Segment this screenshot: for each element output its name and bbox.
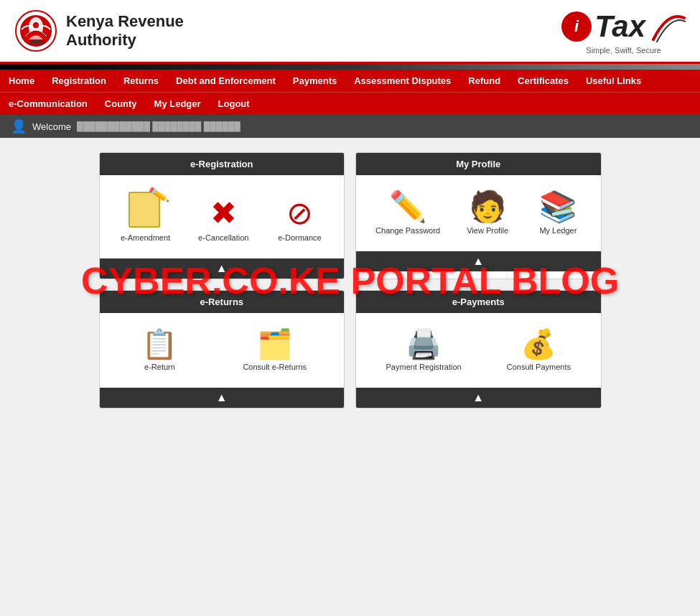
- nav-payments[interactable]: Payments: [284, 70, 345, 92]
- view-profile-item[interactable]: 🧑 View Profile: [459, 186, 516, 241]
- consult-e-returns-label: Consult e-Returns: [243, 363, 307, 371]
- welcome-text: Welcome: [32, 121, 71, 132]
- panel-my-profile-header: My Profile: [356, 153, 601, 175]
- nav-useful-links[interactable]: Useful Links: [577, 70, 650, 92]
- consult-e-returns-item[interactable]: 🗂️ Consult e-Returns: [237, 324, 312, 377]
- user-icon: 👤: [11, 118, 27, 134]
- payment-registration-label: Payment Registration: [386, 363, 462, 371]
- nav-logout[interactable]: Logout: [210, 93, 258, 115]
- e-cancellation-label: e-Cancellation: [198, 233, 248, 242]
- nav-assessment[interactable]: Assessment Disputes: [345, 70, 459, 92]
- header-left: Kenya Revenue Authority: [14, 9, 184, 52]
- nav-county[interactable]: County: [96, 93, 146, 115]
- change-password-label: Change Password: [375, 226, 440, 235]
- panel-e-registration: e-Registration ✏️ e-Amendment ✖ e-Cancel…: [99, 152, 345, 279]
- dashboard-grid: CYBER.CO.KE PORTAL BLOG e-Registration ✏…: [99, 152, 602, 409]
- header: Kenya Revenue Authority i Tax Simple, Sw…: [0, 0, 700, 64]
- my-ledger-label: My Ledger: [539, 226, 577, 235]
- navbar: Home Registration Returns Debt and Enfor…: [0, 70, 700, 115]
- nav-my-ledger[interactable]: My Ledger: [146, 93, 210, 115]
- e-return-label: e-Return: [144, 363, 175, 371]
- panel-e-returns-footer[interactable]: ▲: [100, 388, 345, 408]
- panel-e-returns-body: 📋 e-Return 🗂️ Consult e-Returns: [100, 313, 345, 388]
- panel-e-payments-body: 🖨️ Payment Registration 💰 Consult Paymen…: [356, 313, 601, 388]
- panel-e-returns-header: e-Returns: [100, 291, 345, 313]
- e-return-item[interactable]: 📋 e-Return: [131, 324, 188, 377]
- nav-debt[interactable]: Debt and Enforcement: [167, 70, 284, 92]
- consult-payments-label: Consult Payments: [507, 363, 571, 371]
- nav-refund[interactable]: Refund: [459, 70, 509, 92]
- itax-tagline: Simple, Swift, Secure: [586, 46, 661, 55]
- user-name-display: ████████████ ████████ ██████: [77, 121, 241, 131]
- nav-home[interactable]: Home: [0, 70, 43, 92]
- panel-my-profile-footer[interactable]: ▲: [356, 251, 601, 271]
- e-amendment-item[interactable]: ✏️ e-Amendment: [115, 186, 176, 248]
- navbar-row2: e-Communication County My Ledger Logout: [0, 92, 700, 115]
- e-dormance-item[interactable]: ⊘ e-Dormance: [271, 192, 328, 248]
- view-profile-label: View Profile: [467, 226, 508, 235]
- header-separator: [0, 64, 700, 70]
- nav-certificates[interactable]: Certificates: [509, 70, 577, 92]
- navbar-row1: Home Registration Returns Debt and Enfor…: [0, 70, 700, 92]
- change-password-item[interactable]: ✏️ Change Password: [370, 186, 446, 241]
- payment-registration-item[interactable]: 🖨️ Payment Registration: [381, 324, 467, 377]
- panel-e-payments: e-Payments 🖨️ Payment Registration 💰 Con…: [355, 290, 602, 409]
- e-amendment-label: e-Amendment: [121, 233, 170, 242]
- my-ledger-item[interactable]: 📚 My Ledger: [529, 186, 587, 241]
- panel-e-registration-body: ✏️ e-Amendment ✖ e-Cancellation ⊘ e-Dorm…: [100, 175, 345, 258]
- itax-logo: i Tax Simple, Swift, Secure: [561, 7, 686, 55]
- svg-point-3: [32, 22, 39, 29]
- panel-e-returns: e-Returns 📋 e-Return 🗂️ Consult e-Return…: [99, 290, 345, 409]
- e-cancellation-item[interactable]: ✖ e-Cancellation: [192, 192, 254, 248]
- panel-e-payments-header: e-Payments: [356, 291, 601, 313]
- nav-e-communication[interactable]: e-Communication: [0, 93, 96, 115]
- nav-returns[interactable]: Returns: [115, 70, 167, 92]
- panel-e-payments-footer[interactable]: ▲: [356, 388, 601, 408]
- consult-payments-item[interactable]: 💰 Consult Payments: [501, 324, 577, 377]
- panel-my-profile-body: ✏️ Change Password 🧑 View Profile 📚 My L…: [356, 175, 601, 251]
- panel-my-profile: My Profile ✏️ Change Password 🧑 View Pro…: [355, 152, 602, 279]
- e-dormance-label: e-Dormance: [278, 233, 322, 242]
- kra-logo: [14, 9, 57, 52]
- nav-registration[interactable]: Registration: [43, 70, 115, 92]
- panel-e-registration-footer[interactable]: ▲: [100, 258, 345, 279]
- welcome-bar: 👤 Welcome ████████████ ████████ ██████: [0, 115, 700, 138]
- main-content: CYBER.CO.KE PORTAL BLOG e-Registration ✏…: [0, 138, 700, 423]
- kra-title: Kenya Revenue Authority: [66, 12, 184, 50]
- panel-e-registration-header: e-Registration: [100, 153, 345, 175]
